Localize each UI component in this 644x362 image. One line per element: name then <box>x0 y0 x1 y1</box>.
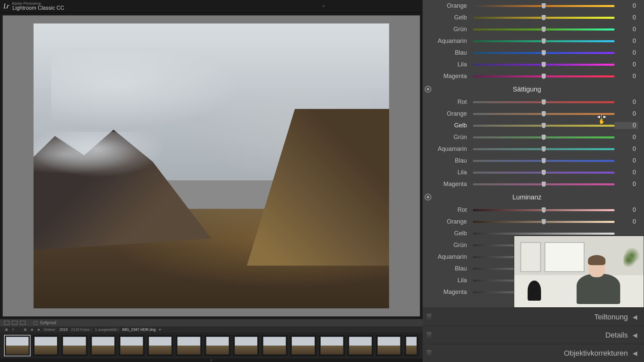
sat-rot-value[interactable]: 0 <box>614 99 638 106</box>
lum-orange-label[interactable]: Orange <box>423 218 473 225</box>
hue-lila-value[interactable]: 0 <box>614 61 638 68</box>
sat-blau-label[interactable]: Blau <box>423 157 473 164</box>
section-teiltonung[interactable]: Teiltonung ◀ <box>423 308 644 326</box>
lum-aqua-label[interactable]: Aquamarin <box>423 253 473 260</box>
hue-magenta-label[interactable]: Magenta <box>423 73 473 80</box>
lum-blau-label[interactable]: Blau <box>423 265 473 272</box>
nav-back-icon[interactable]: ◆ <box>30 328 34 331</box>
hue-magenta-value[interactable]: 0 <box>614 73 638 80</box>
hue-gruen-label[interactable]: Grün <box>423 26 473 33</box>
sat-lila-label[interactable]: Lila <box>423 169 473 176</box>
thumb-5[interactable] <box>119 336 144 356</box>
details-switch-icon[interactable] <box>427 332 431 339</box>
crumb-chevron-icon[interactable]: ▾ <box>159 327 161 332</box>
hue-blau-label[interactable]: Blau <box>423 49 473 56</box>
hue-lila-slider[interactable] <box>473 64 614 66</box>
thumb-3[interactable] <box>62 336 87 356</box>
thumb-7[interactable] <box>176 336 201 356</box>
lum-gelb-label[interactable]: Gelb <box>423 230 473 237</box>
sat-gelb-slider[interactable] <box>473 125 614 127</box>
sat-blau-value[interactable]: 0 <box>614 157 638 164</box>
sat-gelb-value[interactable]: 0 <box>614 122 638 129</box>
hue-gelb-value[interactable]: 0 <box>614 14 638 21</box>
thumb-14[interactable] <box>376 336 401 356</box>
sat-orange-value[interactable]: 0 <box>614 110 638 117</box>
thumb-12[interactable] <box>319 336 344 356</box>
crumb-folder[interactable]: 2018 <box>59 327 67 331</box>
filmstrip-collapse-icon[interactable]: ▼ <box>0 359 423 362</box>
thumb-10[interactable] <box>262 336 287 356</box>
thumb-13[interactable] <box>348 336 373 356</box>
hue-orange-slider[interactable] <box>473 5 614 7</box>
sat-aqua-label[interactable]: Aquamarin <box>423 145 473 153</box>
nav-fwd-icon[interactable]: ◆ <box>37 328 40 331</box>
thumb-15[interactable] <box>405 336 418 356</box>
header-collapse-icon[interactable]: ▼ <box>322 4 325 8</box>
lum-rot-slider[interactable] <box>473 209 614 211</box>
secondary-display-2-icon[interactable]: 2 <box>11 328 15 331</box>
saturation-target-icon[interactable] <box>425 86 431 93</box>
view-compare-icon[interactable] <box>12 321 17 325</box>
sat-aqua-value[interactable]: 0 <box>614 145 638 153</box>
lum-orange-value[interactable]: 0 <box>614 218 638 225</box>
thumb-6[interactable] <box>148 336 173 356</box>
thumb-1[interactable] <box>5 336 30 356</box>
lum-orange-slider[interactable] <box>473 221 614 223</box>
thumb-11[interactable] <box>290 336 316 356</box>
hue-gruen-slider[interactable] <box>473 28 614 31</box>
secondary-display-icon[interactable]: ▣ <box>5 328 8 331</box>
preview-area[interactable] <box>3 15 420 316</box>
sat-magenta-value[interactable]: 0 <box>614 181 638 188</box>
sat-magenta-slider[interactable] <box>473 183 614 185</box>
section-details[interactable]: Details ◀ <box>423 326 644 344</box>
teiltonung-title: Teiltonung <box>594 313 628 321</box>
thumb-9[interactable] <box>233 336 259 356</box>
objektiv-switch-icon[interactable] <box>427 350 431 357</box>
sat-aqua-slider[interactable] <box>473 148 614 150</box>
hue-aqua-slider[interactable] <box>473 40 614 42</box>
develop-panel[interactable]: Orange0 Gelb0 Grün0 Aquamarin0 Blau0 Lil… <box>423 0 644 308</box>
view-loupe-icon[interactable] <box>4 321 9 325</box>
hue-gelb-slider[interactable] <box>473 17 614 19</box>
grid-view-icon[interactable]: ▦ <box>23 328 27 331</box>
sat-lila-value[interactable]: 0 <box>614 169 638 176</box>
sat-orange-label[interactable]: Orange <box>423 110 473 117</box>
crumb-file[interactable]: IMG_2347-HDR.dng <box>122 327 156 331</box>
hue-aqua-label[interactable]: Aquamarin <box>423 38 473 45</box>
hue-gruen-value[interactable]: 0 <box>614 26 638 33</box>
sat-gelb-label[interactable]: Gelb <box>423 122 473 129</box>
lum-lila-label[interactable]: Lila <box>423 277 473 284</box>
hue-aqua-value[interactable]: 0 <box>614 38 638 45</box>
sat-gruen-label[interactable]: Grün <box>423 134 473 141</box>
hue-magenta-slider[interactable] <box>473 75 614 77</box>
lum-gruen-label[interactable]: Grün <box>423 242 473 249</box>
sat-blau-slider[interactable] <box>473 160 614 162</box>
hue-gelb-label[interactable]: Gelb <box>423 14 473 21</box>
view-survey-icon[interactable] <box>20 321 25 325</box>
hue-orange-label[interactable]: Orange <box>423 2 473 9</box>
hue-lila-label[interactable]: Lila <box>423 61 473 68</box>
section-objektiv[interactable]: Objektivkorrekturen ◀ <box>423 344 644 362</box>
lum-rot-label[interactable]: Rot <box>423 206 473 214</box>
hue-blau-value[interactable]: 0 <box>614 49 638 56</box>
sat-gruen-slider[interactable] <box>473 136 614 138</box>
teiltonung-switch-icon[interactable] <box>427 314 431 320</box>
hue-orange-value[interactable]: 0 <box>614 2 638 9</box>
sat-gelb-row: Gelb0 <box>423 120 638 131</box>
luminance-target-icon[interactable] <box>425 194 431 200</box>
lum-gelb-slider[interactable] <box>473 233 614 235</box>
sat-rot-slider[interactable] <box>473 101 614 103</box>
sat-gruen-value[interactable]: 0 <box>614 134 638 141</box>
sat-magenta-label[interactable]: Magenta <box>423 181 473 188</box>
softproof-checkbox[interactable] <box>34 321 37 325</box>
hue-blau-slider[interactable] <box>473 52 614 54</box>
filmstrip[interactable] <box>0 333 423 359</box>
sat-orange-slider[interactable] <box>473 113 614 115</box>
sat-lila-slider[interactable] <box>473 172 614 174</box>
lum-magenta-label[interactable]: Magenta <box>423 289 473 296</box>
thumb-4[interactable] <box>91 336 116 356</box>
lum-rot-value[interactable]: 0 <box>614 206 638 214</box>
thumb-2[interactable] <box>33 336 58 356</box>
thumb-8[interactable] <box>205 336 230 356</box>
sat-rot-label[interactable]: Rot <box>423 99 473 106</box>
